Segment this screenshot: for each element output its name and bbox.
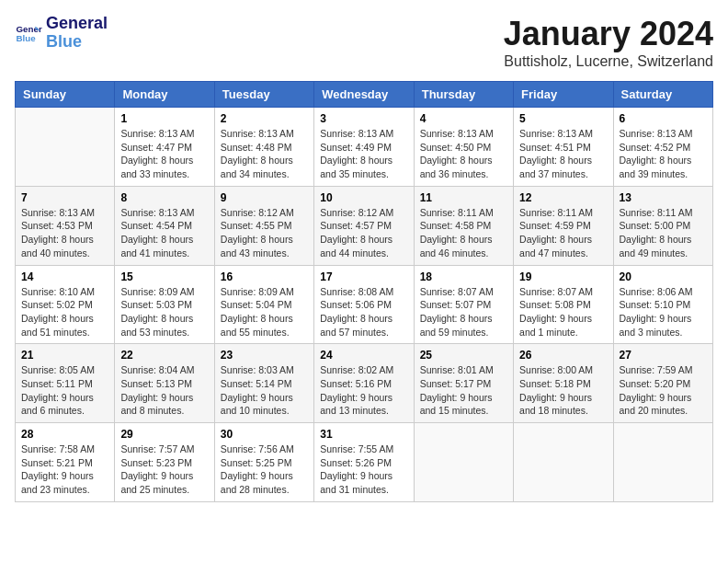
calendar-cell: 19Sunrise: 8:07 AM Sunset: 5:08 PM Dayli… — [514, 265, 613, 344]
day-info: Sunrise: 8:04 AM Sunset: 5:13 PM Dayligh… — [120, 363, 208, 418]
day-info: Sunrise: 7:56 AM Sunset: 5:25 PM Dayligh… — [221, 442, 308, 497]
calendar-cell: 22Sunrise: 8:04 AM Sunset: 5:13 PM Dayli… — [115, 344, 214, 423]
logo-icon: General Blue — [15, 19, 42, 47]
calendar-cell — [16, 108, 115, 187]
day-number: 17 — [320, 270, 407, 283]
day-info: Sunrise: 7:57 AM Sunset: 5:23 PM Dayligh… — [120, 442, 208, 497]
day-info: Sunrise: 8:07 AM Sunset: 5:07 PM Dayligh… — [420, 285, 507, 339]
day-info: Sunrise: 8:05 AM Sunset: 5:11 PM Dayligh… — [21, 363, 108, 418]
calendar-cell: 16Sunrise: 8:09 AM Sunset: 5:04 PM Dayli… — [214, 265, 313, 344]
calendar-cell: 5Sunrise: 8:13 AM Sunset: 4:51 PM Daylig… — [514, 108, 613, 187]
calendar-cell: 21Sunrise: 8:05 AM Sunset: 5:11 PM Dayli… — [16, 344, 115, 423]
day-number: 27 — [620, 349, 707, 362]
logo-text: General Blue — [46, 15, 108, 52]
logo: General Blue General Blue — [15, 15, 108, 52]
calendar-header: SundayMondayTuesdayWednesdayThursdayFrid… — [16, 82, 713, 108]
weekday-header-cell: Tuesday — [214, 82, 313, 108]
day-number: 15 — [120, 270, 208, 283]
day-info: Sunrise: 8:13 AM Sunset: 4:50 PM Dayligh… — [420, 127, 507, 181]
calendar-row: 28Sunrise: 7:58 AM Sunset: 5:21 PM Dayli… — [16, 423, 713, 502]
day-number: 31 — [320, 428, 407, 441]
calendar-cell: 11Sunrise: 8:11 AM Sunset: 4:58 PM Dayli… — [414, 186, 513, 265]
calendar-cell — [514, 423, 613, 502]
calendar-table: SundayMondayTuesdayWednesdayThursdayFrid… — [15, 81, 713, 502]
calendar-cell: 31Sunrise: 7:55 AM Sunset: 5:26 PM Dayli… — [314, 423, 414, 502]
day-info: Sunrise: 8:13 AM Sunset: 4:48 PM Dayligh… — [221, 127, 308, 181]
calendar-cell: 2Sunrise: 8:13 AM Sunset: 4:48 PM Daylig… — [214, 108, 313, 187]
day-info: Sunrise: 7:58 AM Sunset: 5:21 PM Dayligh… — [21, 442, 108, 497]
day-number: 14 — [21, 270, 108, 283]
page-header: General Blue General Blue January 2024 B… — [15, 15, 713, 70]
day-info: Sunrise: 8:06 AM Sunset: 5:10 PM Dayligh… — [620, 285, 707, 339]
day-info: Sunrise: 8:13 AM Sunset: 4:51 PM Dayligh… — [519, 127, 607, 181]
calendar-cell — [613, 423, 712, 502]
calendar-subtitle: Buttisholz, Lucerne, Switzerland — [504, 53, 713, 70]
calendar-cell: 20Sunrise: 8:06 AM Sunset: 5:10 PM Dayli… — [613, 265, 712, 344]
calendar-row: 7Sunrise: 8:13 AM Sunset: 4:53 PM Daylig… — [16, 186, 713, 265]
day-number: 9 — [221, 191, 308, 204]
calendar-cell: 30Sunrise: 7:56 AM Sunset: 5:25 PM Dayli… — [214, 423, 313, 502]
calendar-row: 14Sunrise: 8:10 AM Sunset: 5:02 PM Dayli… — [16, 265, 713, 344]
day-info: Sunrise: 8:11 AM Sunset: 4:59 PM Dayligh… — [519, 206, 607, 260]
day-number: 2 — [221, 112, 308, 125]
day-number: 29 — [120, 428, 208, 441]
calendar-cell: 4Sunrise: 8:13 AM Sunset: 4:50 PM Daylig… — [414, 108, 513, 187]
calendar-cell: 29Sunrise: 7:57 AM Sunset: 5:23 PM Dayli… — [115, 423, 214, 502]
day-number: 11 — [420, 191, 507, 204]
calendar-cell: 10Sunrise: 8:12 AM Sunset: 4:57 PM Dayli… — [314, 186, 414, 265]
calendar-title: January 2024 — [504, 15, 713, 53]
day-number: 1 — [120, 112, 208, 125]
day-info: Sunrise: 8:12 AM Sunset: 4:55 PM Dayligh… — [221, 206, 308, 260]
calendar-cell: 25Sunrise: 8:01 AM Sunset: 5:17 PM Dayli… — [414, 344, 513, 423]
calendar-cell: 14Sunrise: 8:10 AM Sunset: 5:02 PM Dayli… — [16, 265, 115, 344]
calendar-cell: 28Sunrise: 7:58 AM Sunset: 5:21 PM Dayli… — [16, 423, 115, 502]
day-number: 18 — [420, 270, 507, 283]
day-number: 25 — [420, 349, 507, 362]
day-info: Sunrise: 7:59 AM Sunset: 5:20 PM Dayligh… — [620, 363, 707, 418]
calendar-cell: 26Sunrise: 8:00 AM Sunset: 5:18 PM Dayli… — [514, 344, 613, 423]
day-number: 3 — [320, 112, 407, 125]
svg-text:Blue: Blue — [17, 33, 37, 43]
day-info: Sunrise: 8:07 AM Sunset: 5:08 PM Dayligh… — [519, 285, 607, 339]
calendar-body: 1Sunrise: 8:13 AM Sunset: 4:47 PM Daylig… — [16, 108, 713, 502]
day-info: Sunrise: 8:10 AM Sunset: 5:02 PM Dayligh… — [21, 285, 108, 339]
calendar-row: 1Sunrise: 8:13 AM Sunset: 4:47 PM Daylig… — [16, 108, 713, 187]
day-info: Sunrise: 8:13 AM Sunset: 4:47 PM Dayligh… — [120, 127, 208, 181]
day-number: 20 — [620, 270, 707, 283]
title-block: January 2024 Buttisholz, Lucerne, Switze… — [504, 15, 713, 70]
day-info: Sunrise: 8:11 AM Sunset: 4:58 PM Dayligh… — [420, 206, 507, 260]
day-info: Sunrise: 8:12 AM Sunset: 4:57 PM Dayligh… — [320, 206, 407, 260]
day-number: 16 — [221, 270, 308, 283]
weekday-header-row: SundayMondayTuesdayWednesdayThursdayFrid… — [16, 82, 713, 108]
weekday-header-cell: Monday — [115, 82, 214, 108]
calendar-cell: 8Sunrise: 8:13 AM Sunset: 4:54 PM Daylig… — [115, 186, 214, 265]
calendar-cell: 3Sunrise: 8:13 AM Sunset: 4:49 PM Daylig… — [314, 108, 414, 187]
calendar-cell: 7Sunrise: 8:13 AM Sunset: 4:53 PM Daylig… — [16, 186, 115, 265]
day-number: 30 — [221, 428, 308, 441]
day-number: 28 — [21, 428, 108, 441]
day-info: Sunrise: 8:09 AM Sunset: 5:03 PM Dayligh… — [120, 285, 208, 339]
day-info: Sunrise: 8:13 AM Sunset: 4:52 PM Dayligh… — [620, 127, 707, 181]
svg-text:General: General — [17, 23, 43, 33]
day-number: 23 — [221, 349, 308, 362]
calendar-cell: 18Sunrise: 8:07 AM Sunset: 5:07 PM Dayli… — [414, 265, 513, 344]
day-number: 4 — [420, 112, 507, 125]
day-info: Sunrise: 8:13 AM Sunset: 4:53 PM Dayligh… — [21, 206, 108, 260]
day-info: Sunrise: 8:03 AM Sunset: 5:14 PM Dayligh… — [221, 363, 308, 418]
day-info: Sunrise: 8:01 AM Sunset: 5:17 PM Dayligh… — [420, 363, 507, 418]
weekday-header-cell: Thursday — [414, 82, 513, 108]
weekday-header-cell: Friday — [514, 82, 613, 108]
day-number: 6 — [620, 112, 707, 125]
day-number: 12 — [519, 191, 607, 204]
day-info: Sunrise: 8:08 AM Sunset: 5:06 PM Dayligh… — [320, 285, 407, 339]
calendar-row: 21Sunrise: 8:05 AM Sunset: 5:11 PM Dayli… — [16, 344, 713, 423]
calendar-cell: 13Sunrise: 8:11 AM Sunset: 5:00 PM Dayli… — [613, 186, 712, 265]
calendar-cell: 27Sunrise: 7:59 AM Sunset: 5:20 PM Dayli… — [613, 344, 712, 423]
weekday-header-cell: Saturday — [613, 82, 712, 108]
day-number: 19 — [519, 270, 607, 283]
day-info: Sunrise: 8:09 AM Sunset: 5:04 PM Dayligh… — [221, 285, 308, 339]
day-number: 10 — [320, 191, 407, 204]
day-number: 8 — [120, 191, 208, 204]
calendar-cell: 17Sunrise: 8:08 AM Sunset: 5:06 PM Dayli… — [314, 265, 414, 344]
day-info: Sunrise: 7:55 AM Sunset: 5:26 PM Dayligh… — [320, 442, 407, 497]
